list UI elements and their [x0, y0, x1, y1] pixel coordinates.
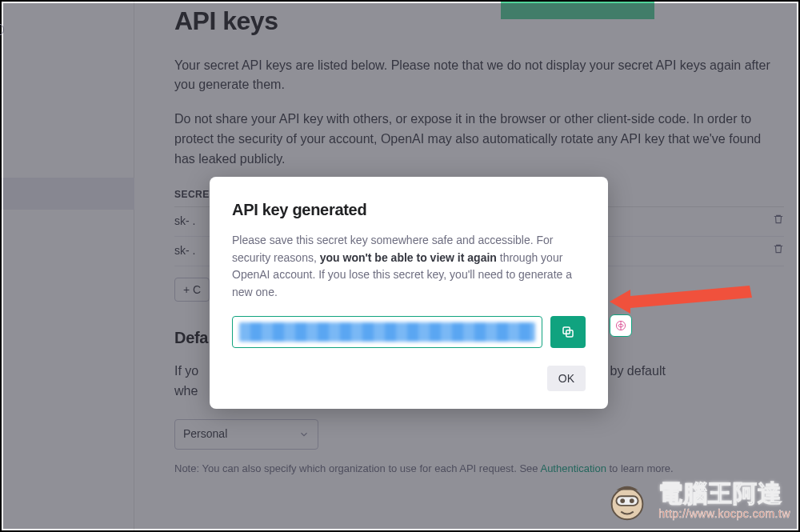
copy-button[interactable] — [550, 316, 586, 348]
copy-icon — [561, 325, 575, 339]
ok-button[interactable]: OK — [547, 366, 586, 391]
watermark: 電腦王阿達 http://www.kocpc.com.tw — [602, 478, 790, 527]
key-row — [232, 316, 586, 348]
app-frame: al i API keys Your secret API keys are l… — [0, 0, 800, 532]
api-key-field[interactable] — [232, 316, 542, 348]
api-key-modal: API key generated Please save this secre… — [210, 177, 608, 409]
watermark-url: http://www.kocpc.com.tw — [658, 506, 790, 523]
svg-point-6 — [621, 498, 626, 503]
svg-point-7 — [630, 498, 634, 503]
redacted-key — [239, 322, 535, 342]
modal-body: Please save this secret key somewhere sa… — [232, 232, 586, 302]
gpt-badge[interactable] — [610, 314, 632, 337]
svg-rect-5 — [617, 496, 638, 506]
watermark-title: 電腦王阿達 — [658, 482, 790, 506]
gpt-icon — [614, 319, 627, 332]
watermark-mascot-icon — [602, 478, 652, 527]
modal-title: API key generated — [232, 198, 586, 222]
